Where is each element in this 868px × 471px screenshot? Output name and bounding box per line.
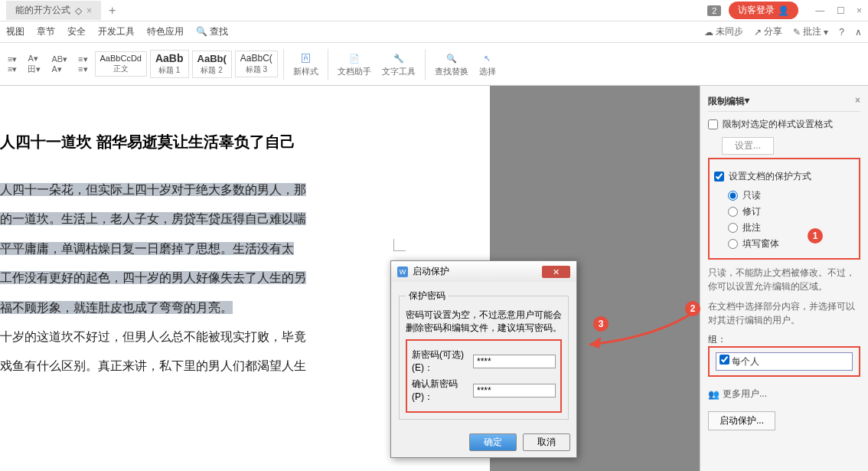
- tab-title: 能的开方公式: [15, 4, 70, 17]
- style-heading3[interactable]: AaBbC( 标题 3: [235, 51, 278, 77]
- close-panel-icon[interactable]: ×: [855, 95, 860, 108]
- password-fields-box: 新密码(可选)(E)： 确认新密码(P)：: [406, 339, 562, 413]
- new-tab-button[interactable]: +: [109, 4, 116, 18]
- comment-button[interactable]: ✎ 批注 ▾: [793, 25, 828, 38]
- annotation-3: 3: [593, 316, 609, 332]
- ribbon-toolbar: ≡▾≡▾ A▾田▾ AB▾A▾ ≡▾≡▾ AaBbCcDd 正文 AaBb 标题…: [0, 43, 868, 86]
- protection-method-box: 设置文档的保护方式 只读 修订 批注 填写窗体: [708, 158, 860, 260]
- doc-assistant-button[interactable]: 📄文档助手: [333, 49, 376, 79]
- everyone-checkbox[interactable]: [720, 355, 729, 365]
- start-protection-button[interactable]: 启动保护...: [708, 411, 775, 430]
- style-heading2[interactable]: AaBb( 标题 2: [192, 51, 232, 78]
- ok-button[interactable]: 确定: [469, 433, 517, 451]
- menu-chapter[interactable]: 章节: [37, 25, 55, 38]
- menu-find[interactable]: 🔍 查找: [196, 25, 228, 38]
- ribbon-small-3[interactable]: AB▾A▾: [47, 53, 72, 76]
- notification-badge[interactable]: 2: [707, 5, 721, 16]
- restrict-style-checkbox[interactable]: [708, 119, 718, 129]
- find-replace-button[interactable]: 🔍查找替换: [430, 49, 473, 79]
- sync-status[interactable]: ☁ 未同步: [704, 25, 743, 38]
- description-1: 只读，不能防止文档被修改。不过，你可以设置允许编辑的区域。: [708, 266, 860, 293]
- document-tab[interactable]: 能的开方公式 ◇ ×: [6, 1, 101, 20]
- close-icon[interactable]: ×: [86, 5, 92, 16]
- dropdown-icon[interactable]: ▾: [745, 95, 749, 108]
- fieldset-legend: 保护密码: [406, 289, 449, 303]
- revision-radio[interactable]: [728, 207, 738, 217]
- readonly-radio[interactable]: [728, 191, 738, 201]
- menu-security[interactable]: 安全: [67, 25, 86, 38]
- new-style-button[interactable]: 🄰新样式: [289, 49, 323, 79]
- confirm-password-input[interactable]: [473, 384, 556, 397]
- maximize-icon[interactable]: ☐: [837, 5, 845, 16]
- protect-method-checkbox[interactable]: [714, 172, 724, 182]
- tab-sync-icon: ◇: [75, 5, 82, 16]
- everyone-box: 每个人: [708, 346, 860, 377]
- menu-bar: 视图 章节 安全 开发工具 特色应用 🔍 查找 ☁ 未同步 ↗ 分享 ✎ 批注 …: [0, 21, 868, 43]
- minimize-icon[interactable]: —: [815, 5, 824, 16]
- protect-method-label: 设置文档的保护方式: [729, 170, 811, 183]
- user-icon: 👤: [778, 5, 789, 16]
- form-radio[interactable]: [728, 239, 738, 249]
- users-icon: 👥: [708, 389, 720, 400]
- ribbon-small-1[interactable]: ≡▾≡▾: [3, 53, 21, 76]
- text-tools-button[interactable]: 🔧文字工具: [377, 49, 420, 79]
- paragraph: 人四十一朵花，但实际上四十岁对于绝大多数的男人，那: [0, 175, 467, 204]
- comment-radio[interactable]: [728, 223, 738, 233]
- settings-button[interactable]: 设置...: [722, 137, 774, 155]
- dialog-description: 密码可设置为空，不过恶意用户可能会删除密码和编辑文件，建议填写密码。: [406, 309, 562, 335]
- start-protection-dialog: W 启动保护 ✕ 保护密码 密码可设置为空，不过恶意用户可能会删除密码和编辑文件…: [390, 260, 577, 458]
- menu-view[interactable]: 视图: [6, 25, 24, 38]
- new-password-label: 新密码(可选)(E)：: [412, 348, 470, 375]
- everyone-label: 每个人: [732, 356, 759, 367]
- title-bar: 能的开方公式 ◇ × + 2 访客登录 👤 — ☐ ×: [0, 0, 868, 21]
- login-button[interactable]: 访客登录 👤: [729, 2, 798, 19]
- collapse-icon[interactable]: ∧: [855, 25, 862, 38]
- menu-special[interactable]: 特色应用: [147, 25, 184, 38]
- restrict-editing-panel: 限制编辑 ▾ × 限制对选定的样式设置格式 设置... 设置文档的保护方式 只读…: [700, 86, 868, 471]
- ribbon-small-2[interactable]: A▾田▾: [23, 52, 45, 77]
- more-users-link[interactable]: 👥 更多用户...: [708, 388, 860, 401]
- description-2: 在文档中选择部分内容，并选择可以对其进行编辑的用户。: [708, 299, 860, 327]
- confirm-password-label: 确认新密码(P)：: [412, 378, 470, 404]
- paragraph: 的一道坎。生活上，老人子女，房贷车贷压得自己难以喘: [0, 204, 467, 234]
- page-margin-mark: [393, 239, 406, 251]
- panel-title-text: 限制编辑: [708, 95, 745, 108]
- dialog-close-icon[interactable]: ✕: [542, 266, 570, 278]
- document-canvas[interactable]: 人四十一道坎 韶华易逝莫让生活辜负了自己 人四十一朵花，但实际上四十岁对于绝大多…: [0, 86, 700, 471]
- help-icon[interactable]: ?: [839, 25, 844, 38]
- annotation-1: 1: [808, 228, 823, 244]
- style-normal[interactable]: AaBbCcDd 正文: [95, 51, 147, 77]
- app-logo-icon: W: [397, 267, 408, 277]
- ribbon-small-4[interactable]: ≡▾≡▾: [73, 53, 92, 76]
- select-button[interactable]: ↖选择: [475, 49, 501, 79]
- group-label: 组：: [708, 333, 860, 346]
- style-heading1[interactable]: AaBb 标题 1: [150, 50, 189, 78]
- cancel-button[interactable]: 取消: [523, 433, 570, 451]
- svg-marker-0: [589, 337, 601, 348]
- dialog-title-text: 启动保护: [413, 265, 449, 278]
- share-button[interactable]: ↗ 分享: [754, 25, 782, 38]
- annotation-2: 2: [685, 301, 700, 316]
- restrict-style-label: 限制对选定的样式设置格式: [723, 118, 833, 131]
- document-title: 人四十一道坎 韶华易逝莫让生活辜负了自己: [0, 132, 467, 152]
- close-window-icon[interactable]: ×: [857, 5, 862, 16]
- menu-devtools[interactable]: 开发工具: [98, 25, 135, 38]
- new-password-input[interactable]: [473, 355, 556, 368]
